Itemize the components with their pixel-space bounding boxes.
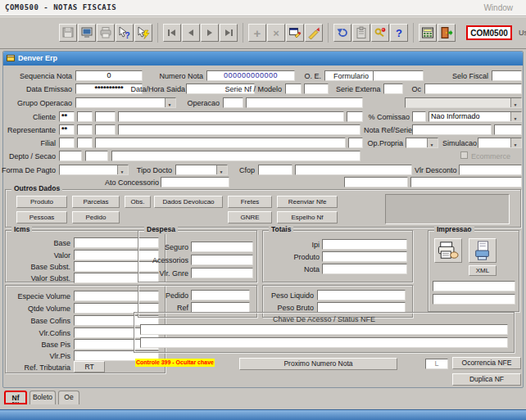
acessorios-field[interactable] (191, 255, 253, 265)
nav-last-button[interactable] (220, 24, 238, 42)
proximo-numero-nota-button[interactable]: Proximo Numero Nota (239, 358, 397, 370)
nav-next-button[interactable] (201, 24, 219, 42)
modelo-field[interactable] (304, 84, 329, 94)
op-propria-dropdown[interactable] (406, 138, 438, 148)
add-record-button[interactable]: + (248, 24, 266, 42)
cliente-suffix-field[interactable] (347, 111, 363, 122)
pedido-button[interactable]: Pedido (72, 211, 120, 224)
screen-button[interactable] (78, 24, 96, 42)
xml-button[interactable]: XML (469, 265, 497, 276)
chevron-down-icon[interactable] (165, 98, 175, 107)
reenviar-nfe-button[interactable]: Reenviar Nfe (277, 196, 338, 208)
cliente-prefix-field[interactable]: ** (59, 111, 75, 122)
representante-nome-field[interactable] (118, 124, 360, 135)
impressao-field-1[interactable] (433, 281, 515, 291)
filial-code1-field[interactable] (59, 138, 75, 148)
chevron-down-icon[interactable] (117, 165, 128, 174)
execute-button[interactable] (134, 24, 152, 42)
extra-field-1[interactable] (344, 177, 408, 187)
tab-boleto[interactable]: Boleto (29, 391, 56, 404)
undo-button[interactable] (333, 24, 351, 42)
operacao-desc-field[interactable] (246, 97, 363, 108)
chevron-down-icon[interactable] (216, 165, 227, 174)
keys-button[interactable] (371, 24, 389, 42)
sequencia-nota-field[interactable]: 0 (75, 70, 143, 81)
representante-code1-field[interactable] (77, 124, 93, 135)
cliente-nome-field[interactable] (118, 111, 344, 122)
depto-secao-desc-field[interactable] (111, 151, 360, 161)
totais-produto-field[interactable] (322, 251, 407, 262)
delete-record-button[interactable]: × (267, 24, 285, 42)
serie-externa-field[interactable] (383, 84, 403, 94)
pedido-field[interactable] (191, 290, 250, 300)
cliente-code1-field[interactable] (77, 111, 93, 122)
extra-field-2[interactable] (410, 177, 522, 187)
cfop-desc-field[interactable] (295, 165, 412, 175)
espelho-nf-button[interactable]: Espelho Nf (277, 211, 338, 224)
grupo-operacao-dropdown[interactable] (75, 97, 176, 108)
l-field[interactable]: L (425, 359, 448, 369)
status-nfe-field[interactable] (140, 337, 508, 348)
ato-concessorio-field[interactable] (161, 177, 229, 187)
seguro-field[interactable] (191, 242, 253, 252)
help-button[interactable]: ? (390, 24, 408, 42)
tab-oe[interactable]: Oe (58, 391, 79, 404)
selo-fiscal-field[interactable] (492, 70, 522, 81)
impressao-field-2[interactable] (433, 294, 515, 305)
nota-ref-field[interactable] (412, 124, 492, 135)
totais-nota-field[interactable] (322, 264, 407, 274)
vlr-desconto-field[interactable] (459, 165, 522, 175)
save-button[interactable] (59, 24, 77, 42)
nota-ref-serie-field[interactable] (494, 124, 522, 135)
cfop-code-field[interactable] (258, 165, 292, 175)
enter-query-button[interactable] (286, 24, 304, 42)
ipi-field[interactable] (322, 239, 407, 250)
filial-nome-field[interactable] (95, 138, 346, 148)
simulacao-dropdown[interactable] (478, 138, 522, 148)
exit-button[interactable] (438, 24, 456, 42)
imprimir-danfe-button[interactable] (469, 238, 497, 263)
imprimir-nota-button[interactable] (434, 238, 462, 263)
operacao-code-field[interactable] (223, 97, 243, 108)
cliente-code2-field[interactable] (95, 111, 116, 122)
tab-nf[interactable]: Nf (4, 391, 27, 404)
vlr-gnre-field[interactable] (191, 268, 253, 278)
parcelas-button[interactable]: Parcelas (72, 196, 120, 208)
dados-devolucao-button[interactable]: Dados Devolucao (154, 196, 223, 208)
clipboard-button[interactable] (352, 24, 370, 42)
filial-code2-field[interactable] (77, 138, 93, 148)
nav-prev-button[interactable] (182, 24, 200, 42)
filial-suffix-field[interactable] (348, 138, 363, 148)
calculator-button[interactable] (419, 24, 437, 42)
forma-de-pagto-dropdown[interactable] (59, 165, 129, 175)
secao-field[interactable] (85, 151, 108, 161)
gnre-button[interactable]: GNRE (228, 211, 272, 224)
comissao-field[interactable] (412, 111, 426, 122)
chevron-down-icon[interactable] (510, 112, 521, 121)
nav-first-button[interactable] (163, 24, 181, 42)
duplica-nf-button[interactable]: Duplica NF (452, 373, 521, 386)
representante-code2-field[interactable] (95, 124, 116, 135)
depto-field[interactable] (59, 151, 82, 161)
fretes-button[interactable]: Fretes (228, 196, 272, 208)
chevron-down-icon[interactable] (510, 138, 521, 147)
pessoas-button[interactable]: Pessoas (16, 211, 67, 224)
comissao-dropdown[interactable]: Nao Informado (429, 111, 522, 122)
window-menu[interactable]: Window (483, 3, 513, 12)
formulario-field[interactable] (373, 70, 424, 81)
representante-prefix-field[interactable]: ** (59, 124, 75, 135)
peso-liquido-field[interactable] (317, 290, 406, 300)
ocorrencia-nfe-button[interactable]: Ocorrencia NFE (452, 357, 521, 369)
ecommerce-checkbox[interactable] (460, 151, 468, 159)
help-cursor-button[interactable]: ? (116, 24, 134, 42)
tipo-docto-dropdown[interactable] (175, 165, 228, 175)
numero-nota-field[interactable]: 000000000000 (206, 70, 295, 81)
rt-button[interactable]: RT (74, 361, 105, 373)
chevron-down-icon[interactable] (510, 98, 521, 107)
serie-nf-field[interactable] (285, 84, 302, 94)
operacao-extra-dropdown[interactable] (405, 97, 522, 108)
oc-field[interactable] (424, 84, 522, 94)
chevron-down-icon[interactable] (427, 138, 438, 147)
print-button[interactable] (97, 24, 115, 42)
chave-acesso-field[interactable] (140, 324, 508, 335)
